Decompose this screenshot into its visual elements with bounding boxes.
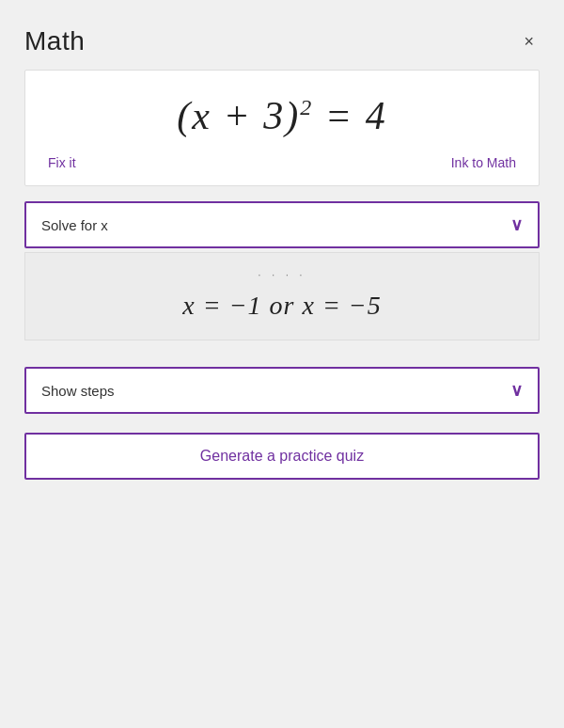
solve-chevron-icon: ∨ [510, 214, 523, 235]
math-panel: Math × (x + 3)2 = 4 Fix it Ink to Math S… [9, 9, 555, 668]
steps-dropdown-section: Show steps ∨ [24, 367, 540, 414]
solve-dropdown-label: Solve for x [41, 217, 108, 233]
solution-box: · · · · x = −1 or x = −5 [24, 252, 540, 340]
solution-dots: · · · · [44, 268, 520, 281]
solution-display: x = −1 or x = −5 [44, 291, 520, 321]
ink-to-math-link[interactable]: Ink to Math [451, 155, 516, 170]
equation-box: (x + 3)2 = 4 Fix it Ink to Math [24, 70, 540, 186]
steps-chevron-icon: ∨ [510, 380, 523, 401]
fix-it-link[interactable]: Fix it [48, 155, 76, 170]
panel-title: Math [24, 26, 85, 56]
steps-dropdown-button[interactable]: Show steps ∨ [24, 367, 540, 414]
solve-dropdown-button[interactable]: Solve for x ∨ [24, 201, 540, 248]
steps-dropdown-label: Show steps [41, 383, 115, 399]
equation-display: (x + 3)2 = 4 [44, 93, 520, 138]
panel-header: Math × [9, 9, 555, 70]
generate-quiz-button[interactable]: Generate a practice quiz [24, 433, 540, 480]
close-button[interactable]: × [518, 31, 540, 52]
solve-dropdown-section: Solve for x ∨ [24, 201, 540, 248]
spacer [9, 356, 555, 367]
equation-links: Fix it Ink to Math [44, 155, 520, 170]
